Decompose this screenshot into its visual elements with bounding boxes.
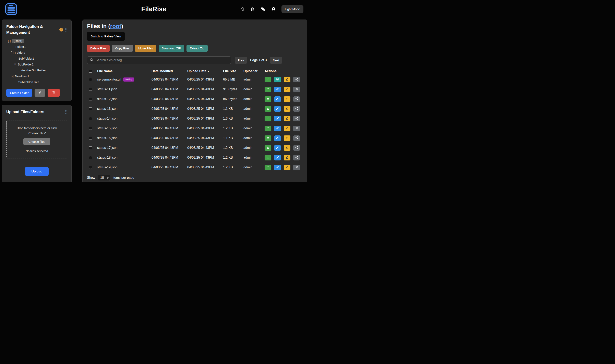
row-checkbox[interactable] [89, 98, 92, 101]
edit-file-button[interactable] [274, 87, 281, 92]
folder-tree-item[interactable]: [-] Folder2 [6, 50, 67, 55]
folder-name[interactable]: NewUser1 [15, 74, 29, 78]
share-file-button[interactable] [293, 96, 300, 102]
column-header-uploader[interactable]: Uploader [243, 69, 265, 73]
tree-collapse-toggle[interactable]: [-] [8, 39, 11, 42]
create-folder-button[interactable]: Create Folder [6, 89, 32, 97]
folder-tree-item[interactable]: [-] NewUser1 [6, 73, 67, 79]
download-file-button[interactable] [265, 165, 271, 170]
tree-collapse-toggle[interactable]: [-] [14, 63, 16, 66]
file-name[interactable]: status-13.json [97, 107, 118, 111]
delete-files-button[interactable]: Delete Files [87, 45, 110, 52]
edit-file-button[interactable] [274, 155, 281, 160]
tag-icon[interactable] [260, 7, 266, 12]
upload-button[interactable]: Upload [25, 167, 49, 176]
folder-name[interactable]: SubFolder1 [18, 57, 34, 60]
info-icon[interactable]: i [59, 28, 63, 32]
share-file-button[interactable] [293, 87, 300, 92]
folder-name[interactable]: AnotherSubFolder [21, 68, 46, 72]
share-file-button[interactable] [293, 116, 300, 121]
drag-handle-icon[interactable] [65, 28, 67, 32]
edit-file-button[interactable] [274, 116, 281, 121]
folder-tree-item[interactable]: Folder1 [6, 44, 67, 50]
download-file-button[interactable] [265, 96, 271, 102]
row-checkbox[interactable] [89, 137, 92, 140]
file-name[interactable]: servermonitor.gif [97, 78, 121, 81]
rename-file-button[interactable] [284, 126, 290, 131]
rename-file-button[interactable] [284, 155, 290, 160]
row-checkbox[interactable] [89, 117, 92, 120]
folder-name[interactable]: Folder1 [15, 45, 26, 48]
switch-gallery-view-button[interactable]: Switch to Gallery View [87, 32, 125, 41]
move-files-button[interactable]: Move Files [135, 45, 157, 52]
folder-name[interactable]: (Root) [12, 39, 24, 43]
rename-file-button[interactable] [284, 165, 290, 170]
folder-tree-item[interactable]: [-] SubFolder2 [6, 61, 67, 67]
file-name[interactable]: status-12.json [97, 97, 118, 101]
rename-file-button[interactable] [284, 106, 290, 112]
row-checkbox[interactable] [89, 156, 92, 159]
download-file-button[interactable] [265, 87, 271, 92]
rename-file-button[interactable] [284, 96, 290, 102]
copy-files-button[interactable]: Copy Files [112, 45, 133, 52]
row-checkbox[interactable] [89, 166, 92, 169]
delete-folder-button[interactable] [48, 89, 60, 97]
app-logo-icon[interactable] [5, 3, 17, 15]
file-name[interactable]: status-11.json [97, 87, 117, 91]
rename-file-button[interactable] [284, 87, 290, 92]
download-file-button[interactable] [265, 145, 271, 151]
download-zip-button[interactable]: Download ZIP [159, 45, 184, 52]
next-page-button[interactable]: Next [270, 57, 282, 64]
share-file-button[interactable] [293, 165, 300, 170]
folder-tree-item[interactable]: SubFolderUser [6, 79, 67, 85]
row-checkbox[interactable] [89, 127, 92, 130]
select-all-checkbox[interactable] [89, 70, 92, 73]
file-name[interactable]: status-18.json [97, 156, 118, 159]
rename-file-button[interactable] [284, 135, 290, 141]
file-name[interactable]: status-17.json [97, 146, 118, 150]
download-file-button[interactable] [265, 106, 271, 112]
edit-file-button[interactable] [274, 106, 281, 112]
trash-icon[interactable] [250, 7, 255, 12]
search-input[interactable] [96, 58, 228, 62]
download-file-button[interactable] [265, 155, 271, 160]
share-file-button[interactable] [293, 106, 300, 112]
folder-tree-item[interactable]: SubFolder1 [6, 55, 67, 61]
column-header-file-size[interactable]: File Size [223, 69, 243, 73]
rename-file-button[interactable] [284, 77, 290, 82]
choose-files-button[interactable]: Choose files [23, 138, 51, 145]
column-header-date-modified[interactable]: Date Modified [152, 69, 187, 73]
folder-name[interactable]: Folder2 [15, 51, 25, 54]
download-file-button[interactable] [265, 77, 271, 82]
edit-file-button[interactable] [274, 135, 281, 141]
share-file-button[interactable] [293, 126, 300, 131]
rename-file-button[interactable] [284, 116, 290, 121]
edit-file-button[interactable] [274, 126, 281, 131]
download-file-button[interactable] [265, 116, 271, 121]
folder-tree-item[interactable]: [-] (Root) [6, 38, 67, 44]
file-name[interactable]: status-16.json [97, 136, 118, 140]
column-header-file-name[interactable]: File Name [97, 69, 152, 73]
light-mode-button[interactable]: Light Mode [281, 5, 303, 13]
edit-file-button[interactable] [274, 96, 281, 102]
preview-file-button[interactable] [274, 77, 281, 82]
drag-handle-icon[interactable] [65, 110, 67, 114]
extract-zip-button[interactable]: Extract Zip [186, 45, 208, 52]
file-name[interactable]: status-15.json [97, 127, 118, 130]
share-file-button[interactable] [293, 145, 300, 151]
logout-icon[interactable] [239, 7, 244, 12]
row-checkbox[interactable] [89, 88, 92, 91]
user-profile-icon[interactable] [271, 7, 276, 12]
share-file-button[interactable] [293, 155, 300, 160]
row-checkbox[interactable] [89, 107, 92, 110]
share-file-button[interactable] [293, 77, 300, 82]
column-header-upload-date[interactable]: Upload Date▲ [187, 69, 223, 73]
share-file-button[interactable] [293, 135, 300, 141]
root-folder-link[interactable]: root [110, 23, 121, 29]
file-name[interactable]: status-19.json [97, 166, 118, 169]
edit-file-button[interactable] [274, 145, 281, 151]
file-name[interactable]: status-14.json [97, 117, 118, 120]
file-dropzone[interactable]: Drop files/folders here or click 'Choose… [6, 121, 67, 158]
folder-name[interactable]: SubFolder2 [18, 63, 34, 66]
row-checkbox[interactable] [89, 146, 92, 149]
